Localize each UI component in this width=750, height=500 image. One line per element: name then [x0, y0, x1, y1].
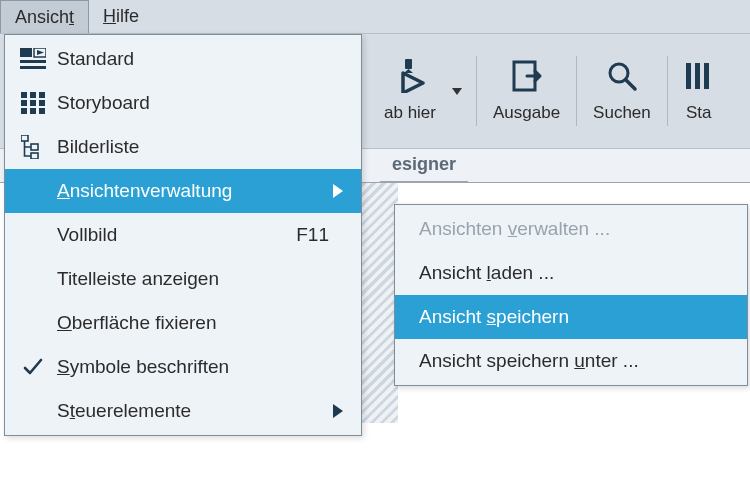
- menuitem-label: Oberfläche fixieren: [53, 312, 347, 334]
- menu-view-dropdown: Standard Storyboard: [4, 34, 362, 436]
- svg-marker-2: [403, 73, 423, 93]
- toolbar-separator: [667, 56, 668, 126]
- menuitem-label: Ansichtenverwaltung: [53, 180, 329, 202]
- menuitem-show-titlebar[interactable]: Titelleiste anzeigen: [5, 257, 361, 301]
- menuitem-controls[interactable]: Steuerelemente: [5, 389, 361, 433]
- svg-line-6: [626, 80, 635, 89]
- svg-rect-26: [31, 153, 38, 159]
- submenu-manage-views[interactable]: Ansichten verwalten ...: [395, 207, 747, 251]
- tab-designer-label: esigner: [392, 154, 456, 174]
- svg-rect-15: [21, 92, 27, 98]
- svg-rect-14: [20, 66, 46, 69]
- menu-view-label: Ansicht: [15, 7, 74, 28]
- svg-marker-3: [452, 88, 462, 95]
- panel-splitter[interactable]: [362, 183, 398, 423]
- submenu-save-view-as[interactable]: Ansicht speichern unter ...: [395, 339, 747, 383]
- dropdown-caret-icon[interactable]: [450, 86, 474, 96]
- output-icon: [510, 59, 544, 93]
- menuitem-label: Ansicht speichern: [419, 306, 733, 328]
- menuitem-fullscreen[interactable]: Vollbild F11: [5, 213, 361, 257]
- checkmark-icon: [13, 357, 53, 377]
- menuitem-standard[interactable]: Standard: [5, 37, 361, 81]
- svg-rect-23: [39, 108, 45, 114]
- toolbar-separator: [476, 56, 477, 126]
- menuitem-label: Ansicht speichern unter ...: [419, 350, 733, 372]
- toolbar-start[interactable]: Sta: [670, 34, 714, 148]
- menu-view[interactable]: Ansicht: [0, 0, 89, 33]
- menuitem-storyboard[interactable]: Storyboard: [5, 81, 361, 125]
- toolbar-from-here-label: ab hier: [384, 103, 436, 123]
- submenu-view-management: Ansichten verwalten ... Ansicht laden ..…: [394, 204, 748, 386]
- menuitem-label: Symbole beschriften: [53, 356, 347, 378]
- svg-rect-19: [30, 100, 36, 106]
- menuitem-shortcut: F11: [284, 224, 329, 246]
- submenu-save-view[interactable]: Ansicht speichern: [395, 295, 747, 339]
- toolbar-from-here[interactable]: ab hier: [370, 34, 450, 148]
- svg-marker-27: [333, 184, 343, 198]
- svg-marker-28: [333, 404, 343, 418]
- play-from-here-icon: [391, 59, 429, 93]
- menuitem-label: Storyboard: [53, 92, 347, 114]
- svg-rect-18: [21, 100, 27, 106]
- svg-rect-0: [405, 59, 412, 69]
- menuitem-label: Bilderliste: [53, 136, 347, 158]
- menuitem-label: Ansicht laden ...: [419, 262, 733, 284]
- toolbar-output[interactable]: Ausgabe: [479, 34, 574, 148]
- svg-rect-8: [695, 63, 700, 89]
- submenu-arrow-icon: [329, 404, 347, 418]
- svg-rect-7: [686, 63, 691, 89]
- menuitem-view-management[interactable]: Ansichtenverwaltung: [5, 169, 361, 213]
- menuitem-fix-surface[interactable]: Oberfläche fixieren: [5, 301, 361, 345]
- menubar: Ansicht Hilfe: [0, 0, 750, 34]
- storyboard-icon: [13, 92, 53, 114]
- svg-rect-17: [39, 92, 45, 98]
- svg-rect-16: [30, 92, 36, 98]
- toolbar-output-label: Ausgabe: [493, 103, 560, 123]
- toolbar-separator: [576, 56, 577, 126]
- menuitem-label: Steuerelemente: [53, 400, 329, 422]
- columns-icon: [684, 59, 714, 93]
- standard-view-icon: [13, 48, 53, 70]
- menuitem-label: Standard: [53, 48, 347, 70]
- toolbar-start-label: Sta: [686, 103, 712, 123]
- menu-help[interactable]: Hilfe: [89, 0, 153, 33]
- submenu-load-view[interactable]: Ansicht laden ...: [395, 251, 747, 295]
- svg-rect-21: [21, 108, 27, 114]
- search-icon: [605, 59, 639, 93]
- menuitem-label-symbols[interactable]: Symbole beschriften: [5, 345, 361, 389]
- svg-rect-20: [39, 100, 45, 106]
- menuitem-label: Vollbild: [53, 224, 284, 246]
- tree-list-icon: [13, 135, 53, 159]
- svg-marker-12: [37, 50, 44, 55]
- svg-rect-24: [21, 135, 28, 141]
- menuitem-label: Titelleiste anzeigen: [53, 268, 347, 290]
- submenu-arrow-icon: [329, 184, 347, 198]
- svg-rect-13: [20, 60, 46, 63]
- menuitem-imagelist[interactable]: Bilderliste: [5, 125, 361, 169]
- toolbar-search[interactable]: Suchen: [579, 34, 665, 148]
- menuitem-label: Ansichten verwalten ...: [419, 218, 733, 240]
- toolbar-search-label: Suchen: [593, 103, 651, 123]
- svg-rect-25: [31, 144, 38, 150]
- svg-rect-10: [20, 48, 32, 57]
- tab-designer[interactable]: esigner: [380, 148, 468, 182]
- svg-rect-22: [30, 108, 36, 114]
- svg-rect-9: [704, 63, 709, 89]
- menu-help-label: Hilfe: [103, 6, 139, 27]
